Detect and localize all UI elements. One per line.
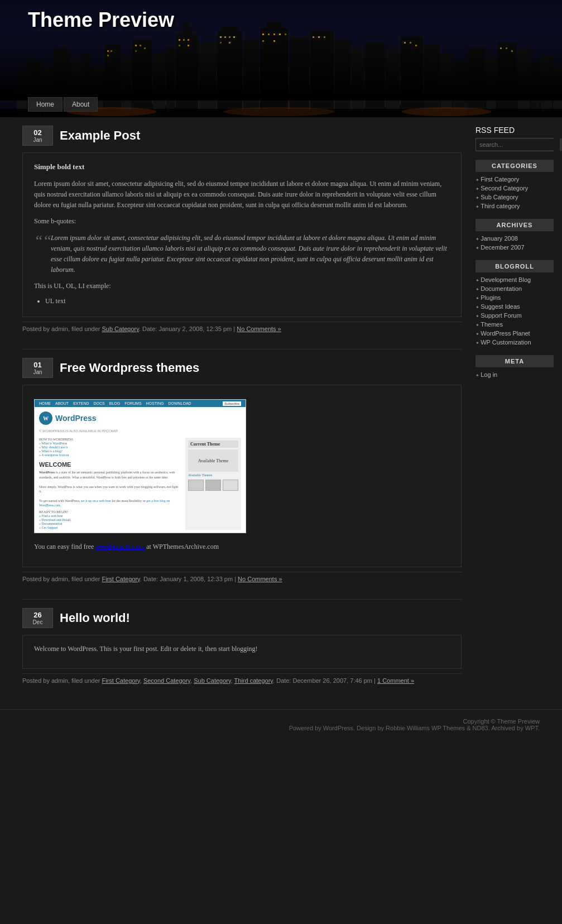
svg-rect-61 bbox=[262, 33, 264, 35]
wp-logo-icon: W bbox=[39, 411, 52, 425]
svg-rect-20 bbox=[199, 42, 216, 117]
post-comments-link-2[interactable]: No Comments » bbox=[238, 576, 282, 582]
blogroll-dev[interactable]: Development Blog bbox=[475, 275, 554, 284]
svg-rect-5 bbox=[31, 59, 39, 63]
blogroll-plugins[interactable]: Plugins bbox=[475, 293, 554, 302]
post-cat-first[interactable]: First Category bbox=[102, 677, 140, 684]
sidebar: RSS FEED » CATEGORIES First Category Sec… bbox=[473, 126, 562, 701]
svg-rect-76 bbox=[511, 50, 513, 52]
post-meta-1: Posted by admin, filed under Sub Categor… bbox=[22, 322, 462, 332]
svg-rect-43 bbox=[107, 50, 109, 52]
svg-rect-26 bbox=[290, 36, 309, 117]
svg-rect-39 bbox=[518, 50, 530, 117]
svg-rect-19 bbox=[184, 23, 190, 31]
archives-heading: ARCHIVES bbox=[475, 219, 554, 231]
post-category-link-1[interactable]: Sub Category bbox=[102, 325, 138, 332]
post-cat-third[interactable]: Third category bbox=[234, 677, 273, 684]
meta-login[interactable]: Log in bbox=[475, 370, 554, 379]
svg-rect-55 bbox=[220, 36, 222, 38]
post-blockquote-1: Lorem ipsum dolor sit amet, consectetur … bbox=[34, 233, 450, 276]
post-content-1: Simple bold text Lorem ipsum dolor sit a… bbox=[22, 152, 462, 317]
svg-rect-15 bbox=[153, 53, 165, 117]
post-comments-link-1[interactable]: No Comments » bbox=[237, 325, 281, 332]
svg-rect-23 bbox=[243, 39, 259, 117]
svg-rect-54 bbox=[188, 45, 189, 46]
rss-section: RSS FEED » bbox=[475, 126, 554, 151]
svg-rect-69 bbox=[318, 36, 320, 38]
svg-rect-65 bbox=[285, 33, 286, 35]
meta-heading: META bbox=[475, 355, 554, 367]
post-title-3: Hello world! bbox=[60, 611, 130, 625]
svg-rect-57 bbox=[229, 36, 230, 38]
blogroll-support[interactable]: Support Forum bbox=[475, 311, 554, 320]
cat-second[interactable]: Second Category bbox=[475, 184, 554, 193]
blogroll-wp-planet[interactable]: WordPress Planet bbox=[475, 329, 554, 338]
post-cat-second[interactable]: Second Category bbox=[143, 677, 190, 684]
svg-rect-12 bbox=[104, 45, 120, 117]
cat-first[interactable]: First Category bbox=[475, 175, 554, 184]
svg-rect-56 bbox=[224, 36, 226, 38]
search-button[interactable]: » bbox=[560, 138, 562, 151]
svg-rect-16 bbox=[166, 47, 175, 117]
svg-rect-21 bbox=[217, 31, 242, 117]
svg-rect-59 bbox=[220, 42, 222, 44]
svg-rect-22 bbox=[221, 27, 238, 32]
svg-rect-49 bbox=[144, 47, 146, 49]
post-title-1: Example Post bbox=[60, 128, 140, 143]
svg-rect-27 bbox=[310, 31, 334, 117]
post-comments-link-3[interactable]: 1 Comment » bbox=[377, 677, 414, 684]
blogroll-themes[interactable]: Themes bbox=[475, 320, 554, 329]
svg-rect-17 bbox=[176, 33, 198, 117]
svg-rect-41 bbox=[541, 56, 552, 117]
svg-rect-63 bbox=[273, 33, 275, 35]
svg-rect-53 bbox=[179, 45, 180, 46]
blogroll-docs[interactable]: Documentation bbox=[475, 284, 554, 293]
post-content-3: Welcome to WordPress. This is your first… bbox=[22, 635, 462, 669]
post-header-2: 01 Jan Free Wordpress themes bbox=[22, 358, 462, 378]
svg-rect-68 bbox=[313, 36, 314, 38]
blogroll-suggest[interactable]: Suggest Ideas bbox=[475, 302, 554, 311]
post-content-2: HOME ABOUT EXTEND DOCS BLOG FORUMS HOSTI… bbox=[22, 385, 462, 567]
svg-rect-37 bbox=[486, 56, 496, 117]
categories-section: CATEGORIES First Category Second Categor… bbox=[475, 160, 554, 210]
page-wrapper: 02 Jan Example Post Simple bold text Lor… bbox=[0, 117, 562, 709]
search-box[interactable]: » bbox=[475, 138, 554, 151]
blogroll-heading: BLOGROLL bbox=[475, 260, 554, 272]
nav-home[interactable]: Home bbox=[28, 97, 63, 112]
post-separator-1 bbox=[22, 349, 462, 350]
svg-rect-70 bbox=[324, 36, 325, 38]
wordpress-themes-link[interactable]: Wordpress themes bbox=[95, 543, 145, 550]
search-input[interactable] bbox=[476, 139, 560, 150]
svg-rect-75 bbox=[506, 47, 507, 49]
svg-rect-64 bbox=[279, 33, 281, 35]
post-body-1: Lorem ipsum dolor sit amet, consectetur … bbox=[34, 179, 450, 211]
post-category-link-2[interactable]: First Category bbox=[102, 576, 140, 582]
cat-third[interactable]: Third category bbox=[475, 202, 554, 210]
post-meta-2: Posted by admin, filed under First Categ… bbox=[22, 572, 462, 582]
blogroll-section: BLOGROLL Development Blog Documentation … bbox=[475, 260, 554, 347]
svg-rect-45 bbox=[107, 55, 109, 56]
svg-rect-67 bbox=[273, 40, 275, 42]
svg-rect-52 bbox=[188, 39, 189, 41]
svg-rect-8 bbox=[56, 47, 67, 52]
cat-sub[interactable]: Sub Category bbox=[475, 193, 554, 202]
svg-rect-31 bbox=[386, 50, 400, 117]
blogroll-wp-custom[interactable]: WP Customization bbox=[475, 338, 554, 347]
svg-rect-62 bbox=[268, 33, 270, 35]
archive-jan-2008[interactable]: January 2008 bbox=[475, 234, 554, 243]
svg-rect-74 bbox=[500, 47, 502, 49]
svg-rect-51 bbox=[183, 39, 185, 41]
main-content: 02 Jan Example Post Simple bold text Lor… bbox=[0, 126, 473, 701]
archive-dec-2007[interactable]: December 2007 bbox=[475, 243, 554, 252]
nav-about[interactable]: About bbox=[64, 97, 98, 112]
post-wordpress-themes: 01 Jan Free Wordpress themes HOME ABOUT … bbox=[22, 358, 462, 582]
footer-powered: Powered by WordPress. Design by Robbie W… bbox=[22, 725, 540, 731]
post-meta-3: Posted by admin, filed under First Categ… bbox=[22, 673, 462, 684]
post-cat-sub[interactable]: Sub Category bbox=[194, 677, 230, 684]
svg-rect-14 bbox=[132, 39, 152, 117]
post-bquotes-label: Some b-quotes: bbox=[34, 216, 450, 227]
svg-rect-73 bbox=[415, 45, 417, 46]
svg-rect-44 bbox=[111, 50, 112, 52]
ul-item: UL text bbox=[45, 297, 450, 305]
svg-rect-58 bbox=[233, 36, 235, 38]
